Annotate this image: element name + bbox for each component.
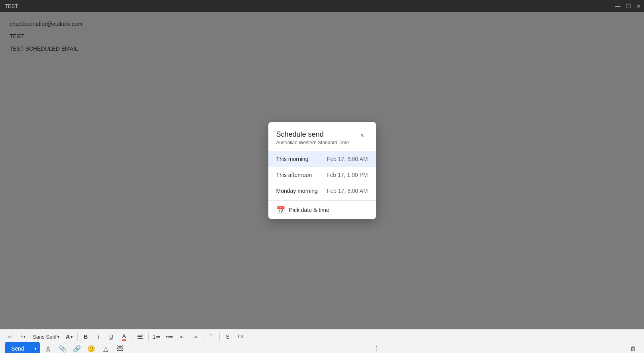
bold-button[interactable]: B xyxy=(80,331,91,342)
separator-4 xyxy=(203,333,203,341)
option-date-this-afternoon: Feb 17, 1:00 PM xyxy=(327,172,368,178)
font-family-selector[interactable]: Sans Serif ▾ xyxy=(30,333,62,341)
bullet-list-button[interactable]: •≔ xyxy=(164,331,175,342)
font-size-dropdown-icon: ▾ xyxy=(71,335,73,339)
font-family-dropdown-icon: ▾ xyxy=(57,335,59,339)
option-label-monday-morning: Monday morning xyxy=(276,188,318,194)
more-options-icon: ⋮ xyxy=(373,345,380,353)
text-format-icon: A xyxy=(46,345,50,352)
option-date-this-morning: Feb 17, 8:00 AM xyxy=(327,156,368,162)
insert-photo-button[interactable]: 🖼 xyxy=(114,343,126,353)
dialog-title-group: Schedule send Australian Western Standar… xyxy=(276,130,349,145)
title-bar-controls: — ❐ ✕ xyxy=(615,4,641,9)
trash-icon: 🗑 xyxy=(630,345,636,352)
paperclip-icon: 📎 xyxy=(59,345,67,353)
pick-date-label: Pick date & time xyxy=(289,207,329,213)
action-toolbar: Send ▾ A 📎 🔗 🙂 △ 🖼 ⋮ 🗑 xyxy=(5,342,639,353)
blockquote-button[interactable]: " xyxy=(206,331,217,342)
schedule-option-this-morning[interactable]: This morningFeb 17, 8:00 AM xyxy=(268,151,376,167)
dialog-title: Schedule send xyxy=(276,130,349,139)
formatting-toolbar: ↩ ↪ Sans Serif ▾ A ▾ B I U A 1≔ •≔ ⇤ ⇥ xyxy=(5,331,639,342)
italic-button[interactable]: I xyxy=(93,331,104,342)
schedule-options-list: This morningFeb 17, 8:00 AMThis afternoo… xyxy=(268,151,376,199)
more-options-button[interactable]: ⋮ xyxy=(370,343,382,353)
align-button[interactable] xyxy=(135,331,146,342)
indent-less-button[interactable]: ⇤ xyxy=(177,331,188,342)
option-date-monday-morning: Feb 17, 8:00 AM xyxy=(327,188,368,194)
calendar-icon: 📅 xyxy=(276,206,285,214)
dialog-subtitle: Australian Western Standard Time xyxy=(276,140,349,145)
modal-overlay: Schedule send Australian Western Standar… xyxy=(0,12,644,329)
schedule-option-this-afternoon[interactable]: This afternoonFeb 17, 1:00 PM xyxy=(268,167,376,183)
discard-draft-button[interactable]: 🗑 xyxy=(627,343,639,353)
close-window-button[interactable]: ✕ xyxy=(636,4,641,9)
underline-button[interactable]: U xyxy=(106,331,117,342)
attach-file-button[interactable]: 📎 xyxy=(57,343,69,353)
link-icon: 🔗 xyxy=(73,345,81,353)
pick-date-time-button[interactable]: 📅 Pick date & time xyxy=(268,200,376,219)
separator-1 xyxy=(77,333,78,341)
insert-emoji-button[interactable]: 🙂 xyxy=(85,343,97,353)
numbered-list-button[interactable]: 1≔ xyxy=(151,331,162,342)
dialog-header: Schedule send Australian Western Standar… xyxy=(268,122,376,148)
minimize-button[interactable]: — xyxy=(615,4,620,9)
indent-more-button[interactable]: ⇥ xyxy=(189,331,201,342)
send-schedule-dropdown-button[interactable]: ▾ xyxy=(31,342,40,353)
schedule-option-monday-morning[interactable]: Monday morningFeb 17, 8:00 AM xyxy=(268,183,376,199)
option-label-this-morning: This morning xyxy=(276,156,309,162)
separator-5 xyxy=(219,333,220,341)
bottom-toolbar: ↩ ↪ Sans Serif ▾ A ▾ B I U A 1≔ •≔ ⇤ ⇥ xyxy=(0,329,644,353)
send-button[interactable]: Send xyxy=(5,342,31,353)
insert-drive-button[interactable]: △ xyxy=(100,343,112,353)
text-color-button[interactable]: A xyxy=(118,331,130,342)
font-size-label: A xyxy=(66,333,70,340)
restore-button[interactable]: ❐ xyxy=(626,4,631,9)
emoji-icon: 🙂 xyxy=(87,345,95,353)
dialog-close-button[interactable]: × xyxy=(357,130,368,141)
title-bar: TEST — ❐ ✕ xyxy=(0,0,644,12)
insert-link-button[interactable]: 🔗 xyxy=(71,343,83,353)
redo-button[interactable]: ↪ xyxy=(18,331,29,342)
undo-button[interactable]: ↩ xyxy=(5,331,16,342)
font-size-selector[interactable]: A ▾ xyxy=(63,333,75,341)
title-bar-title: TEST xyxy=(5,3,18,9)
text-formatting-toggle-button[interactable]: A xyxy=(42,343,54,353)
separator-2 xyxy=(132,333,132,341)
drive-icon: △ xyxy=(103,345,108,353)
strikethrough-button[interactable]: S xyxy=(222,331,233,342)
schedule-send-dialog: Schedule send Australian Western Standar… xyxy=(268,122,376,219)
photo-icon: 🖼 xyxy=(117,345,123,352)
send-button-group: Send ▾ xyxy=(5,342,40,353)
separator-3 xyxy=(148,333,149,341)
remove-format-button[interactable]: T✕ xyxy=(235,331,246,342)
font-family-label: Sans Serif xyxy=(33,334,57,340)
option-label-this-afternoon: This afternoon xyxy=(276,172,312,178)
